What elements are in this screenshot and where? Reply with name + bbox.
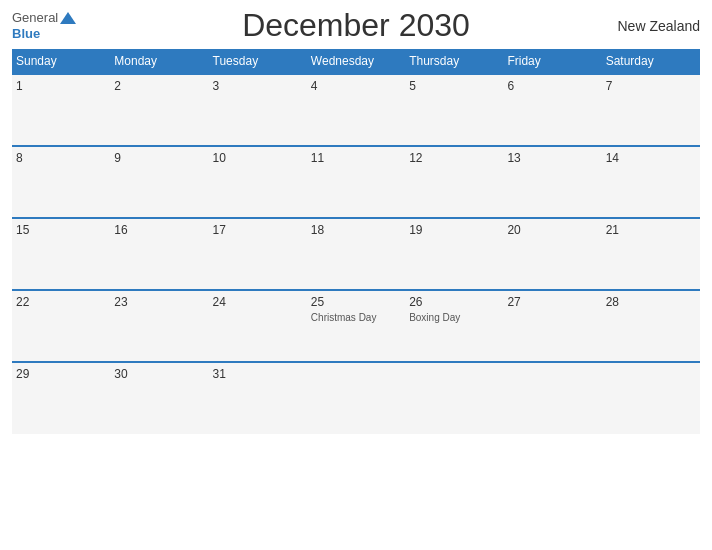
weekday-header-row: Sunday Monday Tuesday Wednesday Thursday… bbox=[12, 49, 700, 74]
day-number: 21 bbox=[606, 223, 696, 237]
table-row: 17 bbox=[209, 218, 307, 290]
logo-general-text: General bbox=[12, 10, 58, 26]
table-row: 19 bbox=[405, 218, 503, 290]
header-friday: Friday bbox=[503, 49, 601, 74]
table-row: 29 bbox=[12, 362, 110, 434]
day-number: 5 bbox=[409, 79, 499, 93]
header-thursday: Thursday bbox=[405, 49, 503, 74]
table-row: 4 bbox=[307, 74, 405, 146]
table-row: 24 bbox=[209, 290, 307, 362]
holiday-label: Christmas Day bbox=[311, 311, 401, 324]
day-number: 4 bbox=[311, 79, 401, 93]
day-number: 23 bbox=[114, 295, 204, 309]
logo-blue-text: Blue bbox=[12, 26, 40, 42]
day-number: 7 bbox=[606, 79, 696, 93]
table-row: 8 bbox=[12, 146, 110, 218]
calendar-week-row: 891011121314 bbox=[12, 146, 700, 218]
table-row: 5 bbox=[405, 74, 503, 146]
logo-icon bbox=[59, 11, 77, 25]
day-number: 25 bbox=[311, 295, 401, 309]
day-number: 24 bbox=[213, 295, 303, 309]
calendar-week-row: 15161718192021 bbox=[12, 218, 700, 290]
day-number: 11 bbox=[311, 151, 401, 165]
day-number: 15 bbox=[16, 223, 106, 237]
day-number: 30 bbox=[114, 367, 204, 381]
day-number: 20 bbox=[507, 223, 597, 237]
day-number: 16 bbox=[114, 223, 204, 237]
table-row bbox=[602, 362, 700, 434]
table-row: 1 bbox=[12, 74, 110, 146]
day-number: 27 bbox=[507, 295, 597, 309]
day-number: 6 bbox=[507, 79, 597, 93]
day-number: 13 bbox=[507, 151, 597, 165]
table-row: 22 bbox=[12, 290, 110, 362]
country-label: New Zealand bbox=[618, 18, 701, 34]
table-row: 3 bbox=[209, 74, 307, 146]
table-row: 2 bbox=[110, 74, 208, 146]
table-row bbox=[405, 362, 503, 434]
header-saturday: Saturday bbox=[602, 49, 700, 74]
day-number: 26 bbox=[409, 295, 499, 309]
calendar-week-row: 293031 bbox=[12, 362, 700, 434]
table-row: 12 bbox=[405, 146, 503, 218]
table-row: 23 bbox=[110, 290, 208, 362]
table-row: 27 bbox=[503, 290, 601, 362]
day-number: 29 bbox=[16, 367, 106, 381]
holiday-label: Boxing Day bbox=[409, 311, 499, 324]
day-number: 17 bbox=[213, 223, 303, 237]
header-tuesday: Tuesday bbox=[209, 49, 307, 74]
logo: General Blue bbox=[12, 10, 77, 41]
header-monday: Monday bbox=[110, 49, 208, 74]
table-row: 20 bbox=[503, 218, 601, 290]
table-row: 10 bbox=[209, 146, 307, 218]
header-sunday: Sunday bbox=[12, 49, 110, 74]
table-row: 6 bbox=[503, 74, 601, 146]
day-number: 8 bbox=[16, 151, 106, 165]
calendar-header: General Blue December 2030 New Zealand bbox=[12, 10, 700, 41]
table-row: 14 bbox=[602, 146, 700, 218]
svg-marker-0 bbox=[60, 12, 76, 24]
calendar-table: Sunday Monday Tuesday Wednesday Thursday… bbox=[12, 49, 700, 434]
day-number: 10 bbox=[213, 151, 303, 165]
calendar-week-row: 1234567 bbox=[12, 74, 700, 146]
table-row: 31 bbox=[209, 362, 307, 434]
table-row: 21 bbox=[602, 218, 700, 290]
day-number: 3 bbox=[213, 79, 303, 93]
day-number: 31 bbox=[213, 367, 303, 381]
table-row bbox=[503, 362, 601, 434]
day-number: 12 bbox=[409, 151, 499, 165]
table-row: 16 bbox=[110, 218, 208, 290]
calendar-container: General Blue December 2030 New Zealand S… bbox=[0, 0, 712, 550]
table-row: 26Boxing Day bbox=[405, 290, 503, 362]
table-row: 30 bbox=[110, 362, 208, 434]
day-number: 18 bbox=[311, 223, 401, 237]
day-number: 14 bbox=[606, 151, 696, 165]
calendar-week-row: 22232425Christmas Day26Boxing Day2728 bbox=[12, 290, 700, 362]
day-number: 22 bbox=[16, 295, 106, 309]
table-row: 7 bbox=[602, 74, 700, 146]
table-row: 28 bbox=[602, 290, 700, 362]
table-row bbox=[307, 362, 405, 434]
table-row: 13 bbox=[503, 146, 601, 218]
day-number: 28 bbox=[606, 295, 696, 309]
day-number: 19 bbox=[409, 223, 499, 237]
day-number: 1 bbox=[16, 79, 106, 93]
table-row: 11 bbox=[307, 146, 405, 218]
table-row: 9 bbox=[110, 146, 208, 218]
day-number: 9 bbox=[114, 151, 204, 165]
table-row: 15 bbox=[12, 218, 110, 290]
month-title: December 2030 bbox=[242, 7, 470, 44]
table-row: 18 bbox=[307, 218, 405, 290]
day-number: 2 bbox=[114, 79, 204, 93]
table-row: 25Christmas Day bbox=[307, 290, 405, 362]
header-wednesday: Wednesday bbox=[307, 49, 405, 74]
